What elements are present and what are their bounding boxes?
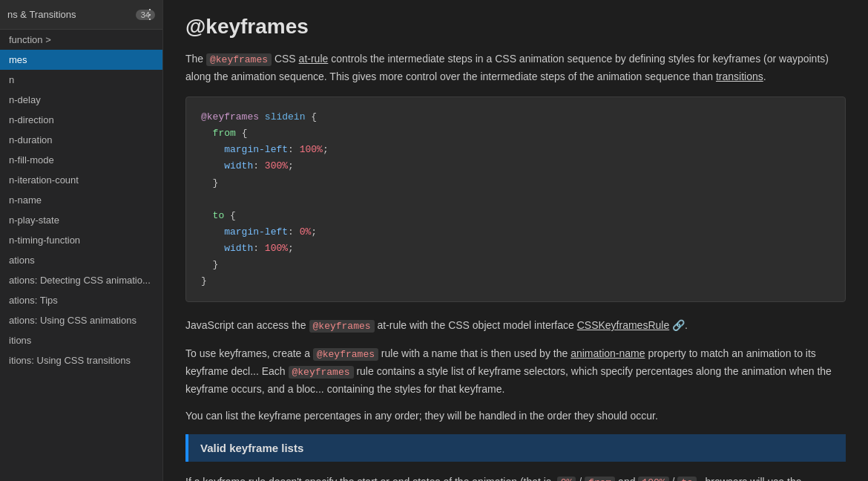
sidebar-item-n-delay[interactable]: n-delay <box>0 90 162 110</box>
para4-code3: 100% <box>638 477 668 481</box>
more-options-button[interactable]: ⋮ <box>143 6 157 22</box>
csskeyframesrule-link[interactable]: CSSKeyframesRule <box>577 319 670 331</box>
code-example: @keyframes slidein { from { margin-left:… <box>185 96 846 302</box>
sidebar-item-ations-detecting[interactable]: ations: Detecting CSS animatio... <box>0 270 162 290</box>
para1-external-icon: 🔗 <box>669 319 685 331</box>
para1-code: @keyframes <box>309 320 375 333</box>
para3: You can list the keyframe percentages in… <box>185 408 846 424</box>
sidebar-item-n-fill-mode[interactable]: n-fill-mode <box>0 150 162 170</box>
para4: If a keyframe rule doesn't specify the s… <box>185 474 846 481</box>
sidebar-item-itions[interactable]: itions <box>0 330 162 350</box>
para1-part2: at-rule with the CSS object model interf… <box>375 319 577 331</box>
sidebar-item-function[interactable]: function > <box>0 30 162 50</box>
page-title: @keyframes <box>185 15 846 39</box>
para2-code: @keyframes <box>313 348 378 361</box>
para4-code2: from <box>585 477 615 481</box>
sidebar-section-label: ns & Transitions <box>7 9 76 20</box>
sidebar-nav: function >mesnn-delayn-directionn-durati… <box>0 30 162 370</box>
para4-code1: 0% <box>557 477 576 481</box>
para2-code2: @keyframes <box>289 366 354 379</box>
main-content: @keyframes The @keyframes CSS at-rule co… <box>163 0 868 481</box>
sidebar-item-n-direction[interactable]: n-direction <box>0 110 162 130</box>
sidebar-item-mes[interactable]: mes <box>0 50 162 70</box>
para4-part1: If a keyframe rule doesn't specify the s… <box>185 476 557 481</box>
valid-keyframes-section-header: Valid keyframe lists <box>185 434 846 462</box>
sidebar-item-n-name[interactable]: n-name <box>0 190 162 210</box>
sidebar: ns & Transitions 34 ⋮ function >mesnn-de… <box>0 0 163 481</box>
intro-code1: @keyframes <box>206 53 272 66</box>
para4-part3: and <box>615 476 638 481</box>
intro-text-part4: . <box>763 71 766 82</box>
sidebar-item-ations-using[interactable]: ations: Using CSS animations <box>0 310 162 330</box>
sidebar-item-n-timing-function[interactable]: n-timing-function <box>0 230 162 250</box>
para2-part2: rule with a name that is then used by th… <box>378 347 571 359</box>
intro-paragraph: The @keyframes CSS at-rule controls the … <box>185 50 846 85</box>
para1: JavaScript can access the @keyframes at-… <box>185 317 846 335</box>
sidebar-item-ations[interactable]: ations <box>0 250 162 270</box>
animation-name-link[interactable]: animation-name <box>571 347 645 359</box>
sidebar-item-ations-tips[interactable]: ations: Tips <box>0 290 162 310</box>
sidebar-item-n[interactable]: n <box>0 70 162 90</box>
sidebar-item-n-iteration-count[interactable]: n-iteration-count <box>0 170 162 190</box>
intro-text-part1: The <box>185 53 206 65</box>
para1-part1: JavaScript can access the <box>185 319 309 331</box>
para4-part4: / <box>669 476 678 481</box>
intro-text-part2: CSS <box>272 53 299 65</box>
transitions-link[interactable]: transitions <box>716 71 763 82</box>
sidebar-item-itions-using[interactable]: itions: Using CSS transitions <box>0 350 162 370</box>
para2: To use keyframes, create a @keyframes ru… <box>185 345 846 397</box>
sidebar-header: ns & Transitions 34 ⋮ <box>0 0 162 30</box>
para2-part1: To use keyframes, create a <box>185 347 313 359</box>
sidebar-item-n-duration[interactable]: n-duration <box>0 130 162 150</box>
at-rule-link[interactable]: at-rule <box>299 53 329 65</box>
para4-code4: to <box>677 477 697 481</box>
para1-part3: . <box>685 319 688 331</box>
para4-part2: / <box>576 476 585 481</box>
sidebar-item-n-play-state[interactable]: n-play-state <box>0 210 162 230</box>
